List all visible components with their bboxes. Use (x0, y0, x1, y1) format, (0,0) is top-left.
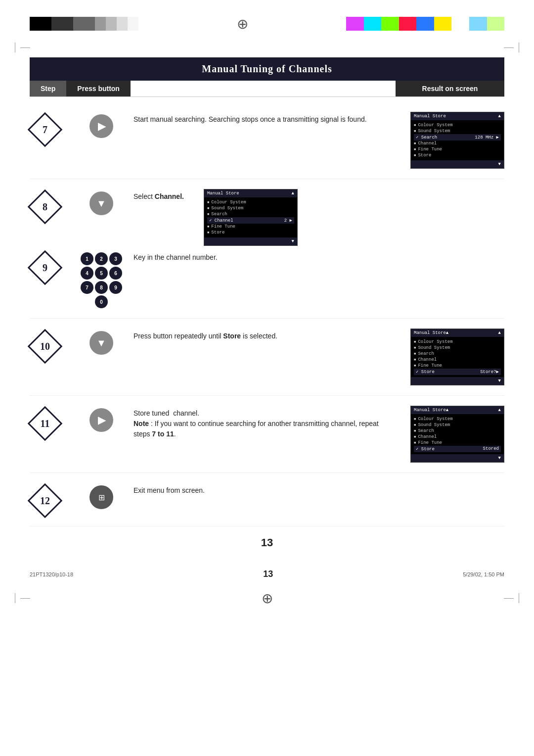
color-strip-left (30, 17, 138, 31)
menu-button[interactable]: ⊞ (89, 485, 113, 509)
step-8-desc: Select Channel. (129, 189, 194, 204)
step-diamond-9: 9 (30, 252, 60, 283)
crosshair-bottom (258, 589, 276, 607)
step-row-7: 7 ▶ Start manual searching. Searching st… (30, 102, 504, 179)
page-footer: 21PT1320/p10-18 13 5/29/02, 1:50 PM (0, 559, 534, 589)
numpad-btn-3[interactable]: 3 (109, 252, 122, 265)
color-strip-right (346, 17, 504, 31)
step-8-screen: Manual Store▲ ■ Colour System■ Sound Sys… (194, 189, 298, 246)
arrow-down-button[interactable]: ▼ (89, 331, 113, 355)
page-title: Manual Tuning of Channels (40, 63, 494, 75)
numpad-btn-5[interactable]: 5 (95, 267, 108, 280)
step-7-desc: Start manual searching. Searching stops … (129, 112, 400, 127)
step-diamond-12: 12 (30, 485, 60, 516)
step-row-12: 12 ⊞ Exit menu from screen. (30, 473, 504, 526)
top-bar-area (0, 0, 534, 43)
step-row-8-9: 8 ▼ Select Channel. Manual Store▲ ■ Colo… (30, 179, 504, 319)
step-7-screen: Manual Store▲ ■ Colour System■ Sound Sys… (400, 112, 504, 169)
step-11-screen: Manual Store▲▲ ■ Colour System■ Sound Sy… (400, 406, 504, 463)
header-step: Step (30, 81, 66, 96)
step-12-desc: Exit menu from screen. (129, 483, 400, 498)
header-result: Result on screen (396, 81, 504, 96)
step-11-desc: Store tuned channel.Note : If you want t… (129, 406, 400, 442)
arrow-right-button[interactable]: ▶ (89, 408, 113, 432)
bottom-reg-marks (0, 589, 534, 617)
numpad-btn-1[interactable]: 1 (81, 252, 93, 265)
numpad-btn-6[interactable]: 6 (109, 267, 122, 280)
header-row: Step Press button Result on screen (30, 81, 504, 97)
step-diamond-8: 8 (30, 191, 60, 222)
numpad-btn-2[interactable]: 2 (95, 252, 108, 265)
step-diamond-10: 10 (30, 331, 60, 362)
numpad-btn-7[interactable]: 7 (81, 281, 93, 294)
step-9-desc: Key in the channel number. (129, 250, 227, 265)
reg-marks (0, 43, 534, 52)
numpad-btn-8[interactable]: 8 (95, 281, 108, 294)
step-row-11: 11 ▶ Store tuned channel.Note : If you w… (30, 396, 504, 473)
arrow-down-button[interactable]: ▼ (89, 191, 113, 215)
crosshair-center (233, 15, 251, 33)
numpad-btn-9[interactable]: 9 (109, 281, 122, 294)
numpad-btn-0[interactable]: 0 (95, 295, 108, 308)
step-diamond-7: 7 (30, 114, 60, 145)
numpad: 1234567890 (81, 252, 122, 308)
footer-model: 21PT1320/p10-18 (30, 571, 73, 577)
step-10-screen: Manual Store▲▲ ■ Colour System■ Sound Sy… (400, 329, 504, 385)
footer-date: 5/29/02, 1:50 PM (463, 571, 504, 577)
arrow-right-button[interactable]: ▶ (89, 114, 113, 138)
footer-page-num: 13 (263, 569, 273, 579)
step-diamond-11: 11 (30, 408, 60, 439)
numpad-btn-4[interactable]: 4 (81, 267, 93, 280)
content-area: 7 ▶ Start manual searching. Searching st… (30, 97, 504, 531)
big-page-number: 13 (0, 536, 534, 549)
page-title-bar: Manual Tuning of Channels (30, 57, 504, 81)
header-press: Press button (66, 81, 131, 96)
step-10-desc: Press button repeatedly until Store is s… (129, 329, 400, 344)
step-row-10: 10 ▼ Press button repeatedly until Store… (30, 319, 504, 396)
